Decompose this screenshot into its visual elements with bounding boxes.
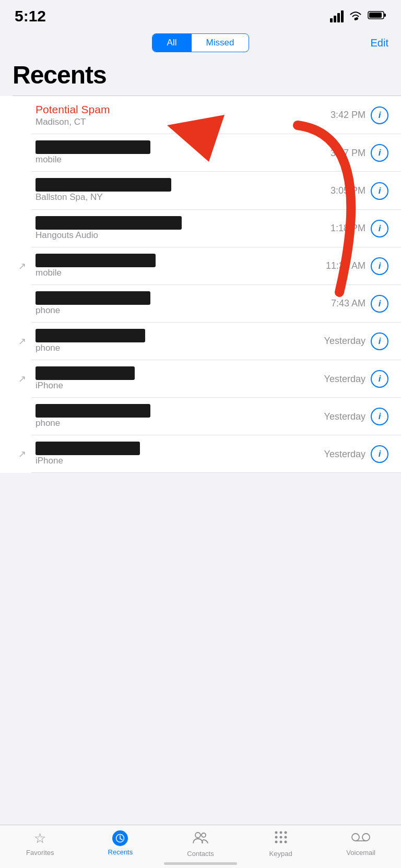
wifi-icon bbox=[349, 10, 362, 22]
info-button-1[interactable]: i bbox=[371, 106, 388, 124]
tab-label-keypad: Keypad bbox=[269, 850, 292, 858]
call-time-7: Yesterday bbox=[324, 336, 365, 347]
call-time-col-10: Yesterday i bbox=[324, 445, 388, 463]
call-item-8[interactable]: ↗ iPhone Yesterday i bbox=[0, 360, 401, 398]
tab-bar: ☆ Favorites Recents Contacts bbox=[0, 825, 401, 868]
header: All Missed Edit bbox=[0, 29, 401, 56]
call-name-redacted-2 bbox=[36, 140, 150, 154]
call-time-col-6: 7:43 AM i bbox=[331, 295, 388, 313]
outgoing-call-icon-8: ↗ bbox=[18, 373, 26, 385]
info-button-6[interactable]: i bbox=[371, 295, 388, 313]
call-icon-col-7: ↗ bbox=[13, 336, 31, 347]
call-info-10: iPhone bbox=[36, 442, 318, 467]
call-list: Potential Spam Madison, CT 3:42 PM i mob… bbox=[0, 96, 401, 473]
call-item-3[interactable]: Ballston Spa, NY 3:05 PM i bbox=[0, 172, 401, 209]
edit-button[interactable]: Edit bbox=[357, 37, 388, 49]
recents-icon bbox=[112, 830, 128, 846]
info-button-9[interactable]: i bbox=[371, 408, 388, 425]
tab-item-keypad[interactable]: Keypad bbox=[260, 830, 302, 858]
status-bar: 5:12 bbox=[0, 0, 401, 29]
info-button-5[interactable]: i bbox=[371, 257, 388, 275]
tab-label-contacts: Contacts bbox=[187, 850, 214, 858]
call-info-8: iPhone bbox=[36, 366, 318, 391]
svg-point-21 bbox=[362, 834, 370, 841]
svg-point-11 bbox=[275, 831, 277, 834]
call-info-4: Hangouts Audio bbox=[36, 216, 324, 241]
tab-label-recents: Recents bbox=[108, 848, 133, 856]
svg-point-17 bbox=[275, 841, 277, 843]
info-button-4[interactable]: i bbox=[371, 220, 388, 237]
keypad-icon bbox=[274, 830, 288, 848]
call-time-8: Yesterday bbox=[324, 374, 365, 385]
call-item-7[interactable]: ↗ phone Yesterday i bbox=[0, 323, 401, 360]
segment-missed-button[interactable]: Missed bbox=[192, 34, 249, 52]
call-time-3: 3:05 PM bbox=[331, 185, 365, 196]
svg-point-16 bbox=[284, 836, 287, 839]
call-info-7: phone bbox=[36, 329, 318, 354]
call-time-5: 11:36 AM bbox=[326, 260, 365, 271]
info-button-8[interactable]: i bbox=[371, 370, 388, 388]
call-info-6: phone bbox=[36, 291, 325, 316]
call-time-col-9: Yesterday i bbox=[324, 408, 388, 425]
call-time-col-5: 11:36 AM i bbox=[326, 257, 388, 275]
call-sub-1: Madison, CT bbox=[36, 116, 324, 128]
battery-icon bbox=[368, 10, 386, 22]
call-time-6: 7:43 AM bbox=[331, 298, 365, 309]
outgoing-call-icon-5: ↗ bbox=[18, 260, 26, 272]
call-time-1: 3:42 PM bbox=[331, 110, 365, 121]
call-item-4[interactable]: Hangouts Audio 1:18 PM i bbox=[0, 210, 401, 247]
call-item-10[interactable]: ↗ iPhone Yesterday i bbox=[0, 435, 401, 473]
svg-line-8 bbox=[120, 839, 122, 840]
call-icon-col-8: ↗ bbox=[13, 373, 31, 385]
svg-point-0 bbox=[355, 18, 357, 20]
call-info-5: mobile bbox=[36, 254, 320, 279]
call-item-6[interactable]: phone 7:43 AM i bbox=[0, 285, 401, 323]
call-sub-5: mobile bbox=[36, 267, 320, 279]
svg-point-18 bbox=[279, 841, 282, 843]
status-icons bbox=[330, 10, 386, 22]
call-sub-10: iPhone bbox=[36, 455, 318, 467]
call-icon-col-10: ↗ bbox=[13, 448, 31, 460]
info-button-3[interactable]: i bbox=[371, 182, 388, 200]
home-indicator bbox=[164, 862, 237, 865]
call-info-3: Ballston Spa, NY bbox=[36, 178, 324, 203]
call-list-wrapper: Potential Spam Madison, CT 3:42 PM i mob… bbox=[0, 96, 401, 525]
call-sub-6: phone bbox=[36, 305, 325, 316]
svg-rect-3 bbox=[369, 13, 382, 18]
tab-label-voicemail: Voicemail bbox=[346, 849, 375, 857]
outgoing-call-icon-10: ↗ bbox=[18, 448, 26, 460]
call-name-redacted-7 bbox=[36, 329, 145, 342]
call-time-col-1: 3:42 PM i bbox=[331, 106, 388, 124]
call-name-redacted-9 bbox=[36, 404, 150, 418]
svg-point-10 bbox=[202, 833, 206, 837]
call-item-1[interactable]: Potential Spam Madison, CT 3:42 PM i bbox=[0, 96, 401, 134]
favorites-icon: ☆ bbox=[34, 830, 46, 847]
info-button-2[interactable]: i bbox=[371, 144, 388, 162]
page-title-section: Recents bbox=[0, 56, 401, 96]
call-time-col-4: 1:18 PM i bbox=[331, 220, 388, 237]
tab-item-recents[interactable]: Recents bbox=[99, 830, 141, 856]
tab-item-favorites[interactable]: ☆ Favorites bbox=[19, 830, 61, 857]
tab-item-voicemail[interactable]: Voicemail bbox=[340, 830, 382, 857]
call-item-2[interactable]: mobile 3:17 PM i bbox=[0, 134, 401, 172]
call-item-9[interactable]: phone Yesterday i bbox=[0, 398, 401, 435]
call-time-4: 1:18 PM bbox=[331, 223, 365, 234]
call-icon-col-5: ↗ bbox=[13, 260, 31, 272]
segment-all-button[interactable]: All bbox=[152, 34, 192, 52]
svg-point-19 bbox=[284, 841, 287, 843]
tab-item-contacts[interactable]: Contacts bbox=[180, 830, 221, 858]
svg-point-13 bbox=[284, 831, 287, 834]
call-info-1: Potential Spam Madison, CT bbox=[36, 102, 324, 128]
call-sub-4: Hangouts Audio bbox=[36, 230, 324, 241]
svg-point-9 bbox=[195, 833, 200, 838]
segment-control: All Missed bbox=[152, 33, 250, 52]
call-info-2: mobile bbox=[36, 140, 324, 165]
info-button-7[interactable]: i bbox=[371, 332, 388, 350]
call-time-col-3: 3:05 PM i bbox=[331, 182, 388, 200]
call-name-redacted-3 bbox=[36, 178, 171, 192]
svg-point-20 bbox=[352, 834, 359, 841]
svg-point-12 bbox=[279, 831, 282, 834]
call-sub-3: Ballston Spa, NY bbox=[36, 192, 324, 203]
info-button-10[interactable]: i bbox=[371, 445, 388, 463]
call-item-5[interactable]: ↗ mobile 11:36 AM i bbox=[0, 247, 401, 285]
